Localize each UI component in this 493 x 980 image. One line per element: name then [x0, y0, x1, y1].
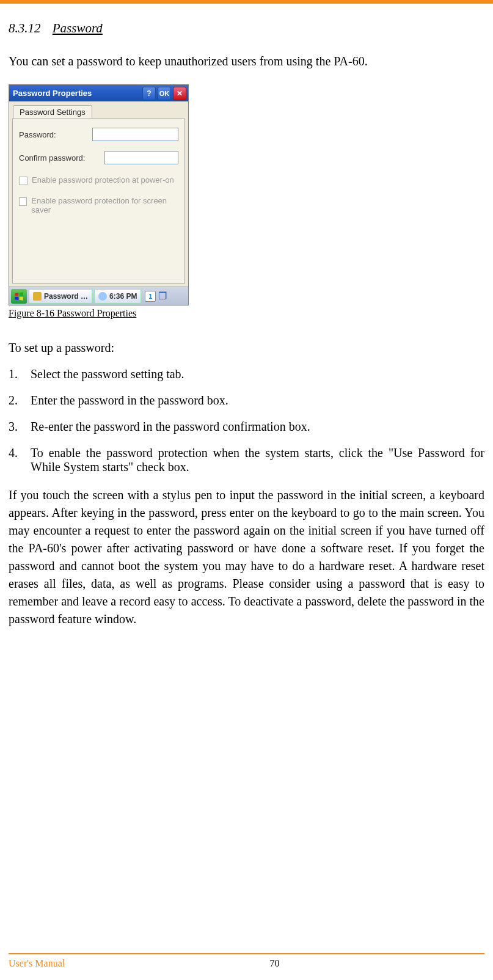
confirm-password-input[interactable] [104, 151, 178, 164]
taskbar: Password … 6:36 PM 1 ❐ [9, 287, 188, 305]
section-heading: 8.3.12 Password [9, 21, 484, 36]
help-icon: ? [147, 89, 151, 98]
checkbox-box-icon [19, 177, 27, 185]
tab-password-settings[interactable]: Password Settings [13, 105, 92, 119]
figure-caption: Figure 8-16 Password Properties [9, 308, 484, 319]
taskbar-item-label: Password … [44, 292, 88, 301]
close-icon: ✕ [177, 89, 183, 98]
list-item: To enable the password protection when t… [9, 446, 484, 474]
tab-label: Password Settings [20, 108, 86, 117]
steps-intro: To set up a password: [9, 341, 484, 355]
start-button[interactable] [11, 289, 27, 304]
section-intro: You can set a password to keep unauthori… [9, 54, 484, 68]
section-number: 8.3.12 [9, 21, 41, 35]
footer-label: User's Manual [9, 958, 65, 969]
page-footer: User's Manual 70 [9, 953, 484, 969]
step-text: Enter the password in the password box. [31, 393, 228, 408]
window-titlebar: Password Properties ? OK ✕ [9, 85, 188, 101]
checkbox-poweron-label: Enable password protection at power-on [32, 175, 174, 185]
footer-page-number: 70 [65, 958, 484, 969]
tab-strip: Password Settings [9, 101, 188, 119]
windows-icon [13, 291, 24, 302]
checkbox-poweron[interactable]: Enable password protection at power-on [19, 175, 178, 185]
ok-button[interactable]: OK [158, 87, 171, 100]
cascade-windows-icon[interactable]: ❐ [158, 291, 167, 301]
list-item: Select the password setting tab. [9, 367, 484, 381]
body-paragraph: If you touch the screen with a stylus pe… [9, 486, 484, 628]
ok-label: OK [159, 90, 170, 97]
figure-screenshot: Password Properties ? OK ✕ Password Sett… [9, 84, 189, 305]
step-text: Select the password setting tab. [31, 367, 184, 381]
network-icon [98, 292, 107, 301]
footer-accent-bar [9, 953, 484, 954]
clock-text: 6:36 PM [109, 292, 137, 301]
window-title: Password Properties [13, 89, 141, 98]
checkbox-screensaver[interactable]: Enable password protection for screen sa… [19, 196, 178, 214]
sip-button-1[interactable]: 1 [145, 291, 156, 302]
help-button[interactable]: ? [142, 87, 156, 100]
password-label: Password: [19, 130, 92, 139]
section-title: Password [53, 21, 103, 35]
taskbar-item-password[interactable]: Password … [29, 289, 92, 304]
step-text: Re-enter the password in the password co… [31, 420, 310, 434]
sip-1-label: 1 [148, 293, 152, 300]
steps-list: Select the password setting tab. Enter t… [9, 367, 484, 474]
lock-icon [33, 292, 42, 301]
close-button[interactable]: ✕ [173, 87, 186, 100]
dialog-body: Password: Confirm password: Enable passw… [12, 119, 185, 283]
password-input[interactable] [92, 128, 178, 141]
taskbar-clock[interactable]: 6:36 PM [94, 289, 141, 304]
checkbox-screensaver-label: Enable password protection for screen sa… [31, 196, 178, 214]
checkbox-box-icon [19, 197, 27, 206]
list-item: Re-enter the password in the password co… [9, 420, 484, 434]
list-item: Enter the password in the password box. [9, 393, 484, 408]
confirm-password-label: Confirm password: [19, 153, 104, 163]
step-text: To enable the password protection when t… [31, 446, 484, 474]
